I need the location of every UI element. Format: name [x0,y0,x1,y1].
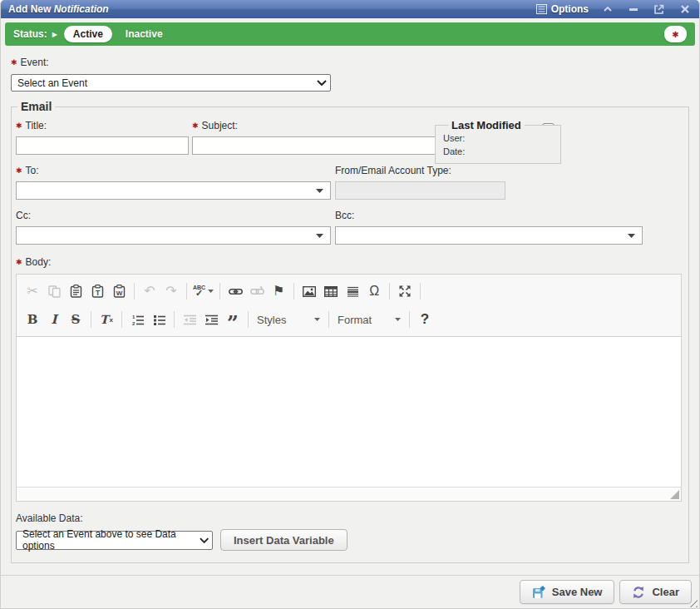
styles-dropdown[interactable]: Styles [253,309,324,329]
cut-icon[interactable]: ✂ [22,280,43,302]
strikethrough-icon[interactable]: S [65,309,86,330]
required-icon: ✱ [16,258,22,266]
collapse-button[interactable] [601,2,614,16]
event-block: ✱ Event: Select an Event [11,57,331,92]
dropdown-arrow-icon [395,318,401,321]
available-data-label: Available Data: [16,512,684,524]
redo-icon[interactable]: ↷ [160,280,182,302]
bcc-combobox[interactable] [335,226,643,245]
status-arrow-icon: ▶ [52,31,57,38]
maximize-icon[interactable] [394,280,416,302]
last-modified-user-label: User: [443,131,553,145]
from-account-type-input [335,181,505,200]
status-active-button[interactable]: Active [64,26,112,42]
paste-from-word-icon[interactable]: W [108,280,130,302]
popout-button[interactable] [653,2,666,16]
dropdown-arrow-icon [208,290,214,293]
title-input[interactable] [16,136,189,155]
clear-label: Clear [652,586,679,598]
cc-label: Cc: [16,210,331,221]
status-label: Status: [13,28,47,40]
last-modified-fieldset: Last Modified User: Date: [435,119,561,164]
toolbar-separator [248,311,249,328]
image-icon[interactable] [298,280,320,302]
close-button[interactable] [678,2,692,16]
dialog-title: Add New Notification [8,3,109,15]
svg-text:2: 2 [132,321,136,325]
footer-bar: Save New Clear [1,575,699,608]
editor-content[interactable] [17,337,681,487]
remove-format-icon[interactable]: Tx [96,309,117,330]
editor-toolbar: ✂ T W ↶ [17,275,681,337]
minimize-button[interactable] [627,2,640,16]
table-icon[interactable] [320,280,342,302]
options-menu-button[interactable]: Options [536,3,589,15]
paste-icon[interactable] [65,280,86,302]
add-notification-dialog: Add New Notification Options [0,0,700,609]
title-label-text: Title: [26,120,47,131]
to-combobox[interactable] [16,181,331,200]
help-icon[interactable]: ? [414,309,436,330]
unlink-icon[interactable] [246,280,268,302]
decrease-indent-icon[interactable] [179,309,200,330]
copy-icon[interactable] [43,280,65,302]
options-label: Options [551,3,589,15]
svg-text:W: W [116,290,122,297]
anchor-flag-icon[interactable]: ⚑ [268,280,289,302]
paste-plain-text-icon[interactable]: T [86,280,108,302]
required-fields-button[interactable]: ✱ [664,26,687,42]
body-rich-text-editor: ✂ T W ↶ [16,274,682,502]
last-modified-legend: Last Modified [448,119,525,131]
editor-resize-grip[interactable] [670,490,679,499]
clear-refresh-icon [632,586,645,599]
tx-x-glyph: x [109,316,112,324]
special-character-icon[interactable]: Ω [363,280,385,302]
from-account-type-label: From/Email Account Type: [335,165,505,176]
subject-input[interactable] [192,136,449,155]
dialog-title-emphasis: Notification [54,3,109,15]
horizontal-rule-icon[interactable] [342,280,363,302]
format-dropdown[interactable]: Format [333,309,405,329]
svg-text:1: 1 [132,314,136,319]
status-inactive-button[interactable]: Inactive [126,28,163,40]
increase-indent-icon[interactable] [200,309,222,330]
to-label-text: To: [26,165,39,176]
bold-icon[interactable]: B [22,309,43,330]
italic-icon[interactable]: I [43,309,65,330]
available-data-select[interactable]: Select an Event above to see Data option… [16,531,213,550]
dialog-title-prefix: Add New [8,3,54,15]
available-data-select-value: Select an Event above to see Data option… [22,528,200,552]
styles-dropdown-label: Styles [257,314,286,326]
event-label: ✱ Event: [11,57,331,68]
toolbar-separator [420,283,421,300]
save-new-button[interactable]: Save New [520,580,615,604]
bcc-label: Bcc: [335,210,643,221]
bulleted-list-icon[interactable] [148,309,170,330]
insert-data-variable-button[interactable]: Insert Data Variable [220,529,348,551]
required-icon: ✱ [192,121,199,130]
spell-check-icon[interactable]: ABC ✓ [191,280,215,302]
event-select[interactable]: Select an Event [11,74,331,92]
abc-check-glyph: ABC ✓ [193,285,205,298]
toolbar-separator [134,283,135,300]
save-new-label: Save New [552,586,603,598]
required-icon: ✱ [16,121,22,130]
body-label: ✱ Body: [16,256,684,268]
toolbar-separator [328,311,329,328]
numbered-list-icon[interactable]: 12 [126,309,148,330]
undo-icon[interactable]: ↶ [139,280,160,302]
blockquote-icon[interactable]: ” [222,309,244,330]
for-escalation-field: For Escalation: Last Modified User: Date… [470,123,555,136]
status-bar: Status: ▶ Active Inactive ✱ [5,22,695,46]
form-area: ✱ Event: Select an Event For Escalation:… [1,57,699,563]
cc-combobox[interactable] [16,226,331,245]
toolbar-separator [186,283,187,300]
dropdown-arrow-icon [316,234,323,238]
editor-status-bar [17,487,681,501]
subject-label-text: Subject: [202,120,238,131]
toolbar-separator [389,283,390,300]
clear-button[interactable]: Clear [619,580,692,604]
svg-text:T: T [95,289,100,297]
toolbar-separator [219,283,220,300]
link-icon[interactable] [224,280,246,302]
